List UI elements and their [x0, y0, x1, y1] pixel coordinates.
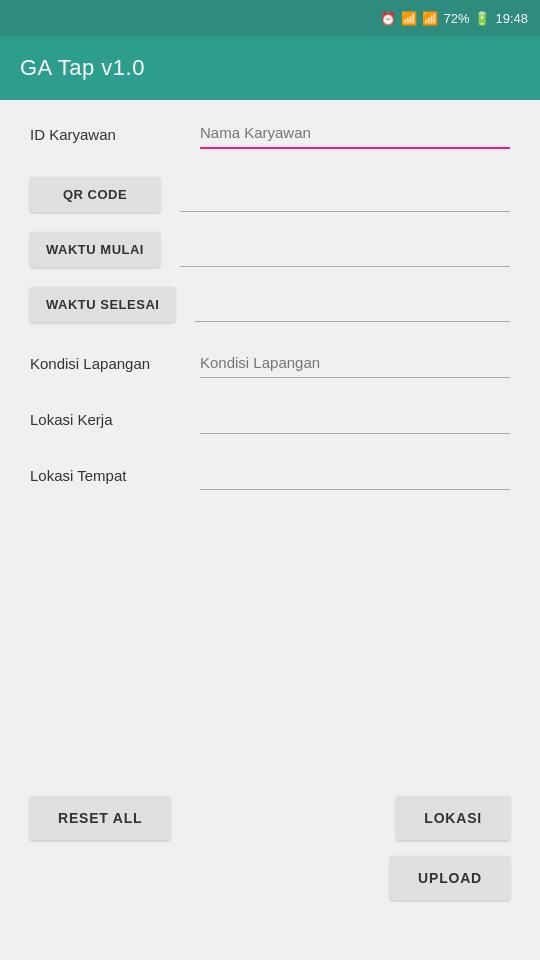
app-bar: GA Tap v1.0	[0, 36, 540, 100]
lokasi-kerja-input[interactable]	[200, 406, 510, 434]
waktu-mulai-input[interactable]	[180, 239, 510, 267]
waktu-selesai-input[interactable]	[195, 294, 510, 322]
qr-code-button[interactable]: QR CODE	[30, 177, 160, 212]
waktu-mulai-input-wrap	[180, 239, 510, 267]
battery-text: 72%	[443, 11, 469, 26]
lokasi-tempat-row: Lokasi Tempat	[30, 462, 510, 490]
kondisi-lapangan-input-wrap	[200, 350, 510, 378]
lokasi-kerja-label: Lokasi Kerja	[30, 411, 200, 434]
lokasi-kerja-input-wrap	[200, 406, 510, 434]
id-karyawan-input-wrap	[200, 120, 510, 149]
qr-code-row: QR CODE	[30, 177, 510, 212]
qr-code-input[interactable]	[180, 184, 510, 212]
kondisi-lapangan-label: Kondisi Lapangan	[30, 355, 200, 378]
waktu-selesai-input-wrap	[195, 294, 510, 322]
qr-code-input-wrap	[180, 184, 510, 212]
id-karyawan-label: ID Karyawan	[30, 126, 200, 149]
status-bar: ⏰ 📶 📶 72% 🔋 19:48	[0, 0, 540, 36]
waktu-selesai-row: WAKTU SELESAI	[30, 287, 510, 322]
time-display: 19:48	[495, 11, 528, 26]
app-title: GA Tap v1.0	[20, 55, 145, 81]
id-karyawan-input[interactable]	[200, 120, 510, 149]
lokasi-button[interactable]: LOKASI	[396, 796, 510, 840]
status-icons: ⏰ 📶 📶 72% 🔋 19:48	[380, 11, 528, 26]
kondisi-lapangan-input[interactable]	[200, 350, 510, 378]
bottom-row-1: RESET ALL LOKASI	[30, 796, 510, 840]
signal-icon: 📶	[422, 11, 438, 26]
alarm-icon: ⏰	[380, 11, 396, 26]
waktu-mulai-row: WAKTU MULAI	[30, 232, 510, 267]
bottom-actions: RESET ALL LOKASI UPLOAD	[0, 796, 540, 900]
reset-all-button[interactable]: RESET ALL	[30, 796, 170, 840]
wifi-icon: 📶	[401, 11, 417, 26]
lokasi-kerja-row: Lokasi Kerja	[30, 406, 510, 434]
waktu-selesai-button[interactable]: WAKTU SELESAI	[30, 287, 175, 322]
lokasi-tempat-input-wrap	[200, 462, 510, 490]
battery-icon: 🔋	[474, 11, 490, 26]
waktu-mulai-button[interactable]: WAKTU MULAI	[30, 232, 160, 267]
lokasi-tempat-input[interactable]	[200, 462, 510, 490]
id-karyawan-row: ID Karyawan	[30, 120, 510, 149]
bottom-row-2: UPLOAD	[30, 856, 510, 900]
upload-button[interactable]: UPLOAD	[390, 856, 510, 900]
lokasi-tempat-label: Lokasi Tempat	[30, 467, 200, 490]
main-content: ID Karyawan QR CODE WAKTU MULAI WAKTU SE…	[0, 100, 540, 538]
kondisi-lapangan-row: Kondisi Lapangan	[30, 350, 510, 378]
